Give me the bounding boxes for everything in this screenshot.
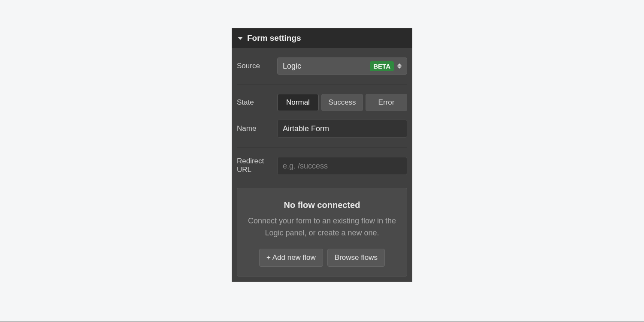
flow-empty-state: No flow connected Connect your form to a… (237, 188, 407, 277)
name-input[interactable] (277, 120, 407, 138)
state-label: State (237, 98, 272, 107)
state-row: State Normal Success Error (237, 90, 407, 115)
state-option-success[interactable]: Success (321, 94, 363, 111)
name-label: Name (237, 124, 272, 133)
source-value: Logic (283, 62, 370, 71)
source-select[interactable]: Logic BETA (277, 57, 407, 75)
browse-flows-button[interactable]: Browse flows (327, 249, 385, 267)
source-label: Source (237, 62, 272, 70)
panel-title: Form settings (247, 33, 301, 43)
flow-actions: + Add new flow Browse flows (246, 249, 398, 267)
panel-header[interactable]: Form settings (232, 28, 412, 48)
flow-empty-description: Connect your form to an existing flow in… (246, 215, 398, 239)
select-arrows-icon (397, 63, 402, 69)
redirect-label: Redirect URL (237, 157, 272, 174)
flow-empty-title: No flow connected (246, 200, 398, 210)
caret-down-icon (238, 37, 243, 40)
form-settings-panel: Form settings Source Logic BETA State No… (232, 28, 412, 282)
state-segmented: Normal Success Error (277, 94, 407, 111)
name-row: Name (237, 115, 407, 142)
redirect-row: Redirect URL (237, 153, 407, 179)
add-new-flow-button[interactable]: + Add new flow (259, 249, 323, 267)
beta-badge: BETA (370, 61, 394, 71)
state-option-normal[interactable]: Normal (277, 94, 319, 111)
source-row: Source Logic BETA (237, 53, 407, 79)
state-option-error[interactable]: Error (366, 94, 407, 111)
redirect-url-input[interactable] (277, 157, 407, 175)
